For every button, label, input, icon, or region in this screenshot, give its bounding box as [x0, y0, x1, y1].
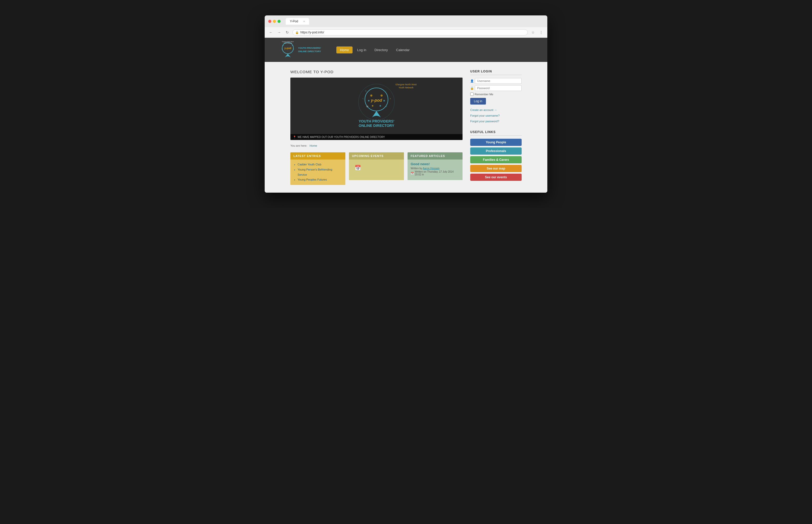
close-button[interactable] — [268, 20, 271, 23]
nav-calendar[interactable]: Calendar — [392, 47, 413, 53]
site-nav: Home Log in Directory Calendar — [336, 47, 413, 53]
site-header: y-pod Glasgow North West Youth Network Y… — [265, 38, 547, 62]
young-people-button[interactable]: Young People — [470, 139, 522, 146]
browser-titlebar: Y-Pod × — [265, 15, 547, 27]
lock-field-icon: 🔒 — [470, 86, 474, 90]
password-group: 🔒 — [470, 85, 522, 91]
list-item[interactable]: Young Peoples Futures — [297, 177, 342, 182]
featured-article-author: Written by Aaron Hossain — [411, 167, 459, 170]
featured-articles-section: FEATURED ARTICLES Good news! Written by … — [408, 152, 462, 185]
svg-text:🏃: 🏃 — [389, 98, 392, 100]
lock-icon: 🔒 — [295, 31, 299, 34]
list-item[interactable]: Young Person's Befriending Service — [297, 167, 342, 178]
reload-button[interactable]: ↻ — [284, 29, 290, 35]
forgot-username-link[interactable]: Forgot your username? — [470, 113, 522, 118]
svg-text:♪: ♪ — [386, 90, 387, 92]
menu-button[interactable]: ⋮ — [538, 29, 544, 35]
upcoming-events-body: 📅 — [349, 160, 404, 180]
browser-tab[interactable]: Y-Pod × — [286, 18, 309, 24]
author-link[interactable]: Aaron Hossain — [423, 167, 440, 170]
logo-svg: y-pod Glasgow North West Youth Network — [280, 41, 295, 59]
fullscreen-button[interactable] — [277, 20, 281, 23]
tab-close-icon[interactable]: × — [303, 20, 305, 23]
password-input[interactable] — [475, 85, 522, 91]
content-layout: WELCOME TO Y-POD — [290, 70, 522, 185]
svg-text:ONLINE DIRECTORY: ONLINE DIRECTORY — [359, 124, 394, 128]
svg-point-7 — [293, 49, 294, 50]
site-logo: y-pod Glasgow North West Youth Network Y… — [280, 41, 321, 59]
latest-entries-section: LATEST ENTRIES Cadder Youth Club Young P… — [290, 152, 345, 185]
see-our-map-button[interactable]: See our map — [470, 165, 522, 172]
entry-list: Cadder Youth Club Young Person's Befrien… — [293, 162, 342, 182]
featured-article-date: 📅 Written on Thursday, 17 July 2014 20:0… — [411, 170, 459, 176]
url-display: https://y-pod.info/ — [301, 31, 324, 34]
featured-article-title[interactable]: Good news! — [411, 162, 459, 166]
featured-articles-header: FEATURED ARTICLES — [408, 152, 462, 160]
logo-text: YOUTH PROVIDERS' ONLINE DIRECTORY — [298, 47, 321, 53]
svg-text:y-pod: y-pod — [371, 98, 383, 102]
latest-entries-body: Cadder Youth Club Young Person's Befrien… — [290, 160, 345, 185]
svg-text:Youth Network: Youth Network — [284, 43, 292, 44]
professionals-button[interactable]: Professionals — [470, 147, 522, 154]
login-button[interactable]: Log in — [470, 98, 486, 104]
traffic-lights — [268, 20, 281, 23]
address-bar[interactable]: 🔒 https://y-pod.info/ — [292, 29, 528, 35]
nav-directory[interactable]: Directory — [371, 47, 391, 53]
toolbar-actions: ☆ ⋮ — [530, 29, 544, 35]
svg-point-6 — [282, 49, 283, 50]
breadcrumb-prefix: You are here: — [290, 144, 307, 147]
hero-image: y-pod YOUTH PROVIDERS' ONLINE DIRECTORY … — [290, 78, 462, 140]
svg-point-13 — [370, 95, 372, 97]
create-account-link[interactable]: Create an account → — [470, 107, 522, 113]
welcome-title: WELCOME TO Y-POD — [290, 70, 462, 74]
upcoming-events-section: UPCOMING EVENTS 📅 — [349, 152, 404, 185]
login-form: USER LOGIN 👤 🔒 Remember Me — [470, 70, 522, 124]
hero-caption: 📍 WE HAVE MAPPED OUT OUR YOUTH PROVIDERS… — [290, 134, 462, 140]
bookmark-button[interactable]: ☆ — [530, 29, 536, 35]
latest-entries-header: LATEST ENTRIES — [290, 152, 345, 160]
svg-text:⚽: ⚽ — [366, 105, 369, 108]
hero-svg: y-pod YOUTH PROVIDERS' ONLINE DIRECTORY … — [290, 78, 462, 134]
svg-point-16 — [384, 100, 385, 101]
useful-links-title: USEFUL LINKS — [470, 130, 522, 136]
forward-button[interactable]: → — [276, 29, 282, 35]
nav-login[interactable]: Log in — [354, 47, 370, 53]
location-icon: 📍 — [293, 136, 296, 138]
bottom-sections: LATEST ENTRIES Cadder Youth Club Young P… — [290, 152, 462, 185]
list-item[interactable]: Cadder Youth Club — [297, 162, 342, 167]
see-our-events-button[interactable]: See our events — [470, 174, 522, 181]
browser-window: Y-Pod × ← → ↻ 🔒 https://y-pod.info/ ☆ ⋮ … — [265, 15, 547, 193]
featured-articles-body: Good news! Written by Aaron Hossain 📅 Wr… — [408, 160, 462, 180]
breadcrumb: You are here: Home — [290, 144, 462, 147]
svg-text:⚙: ⚙ — [365, 90, 367, 92]
nav-home[interactable]: Home — [336, 47, 353, 53]
sidebar-column: USER LOGIN 👤 🔒 Remember Me — [470, 70, 522, 185]
svg-point-2 — [283, 45, 284, 46]
calendar-icon: 📅 — [352, 162, 401, 174]
minimize-button[interactable] — [273, 20, 276, 23]
main-column: WELCOME TO Y-POD — [290, 70, 462, 185]
svg-point-15 — [368, 100, 370, 101]
username-input[interactable] — [475, 78, 522, 84]
breadcrumb-home[interactable]: Home — [310, 144, 317, 147]
svg-point-14 — [380, 95, 383, 97]
svg-point-3 — [292, 45, 293, 46]
site-content: WELCOME TO Y-POD — [265, 62, 547, 193]
svg-text:YOUTH PROVIDERS': YOUTH PROVIDERS' — [359, 119, 394, 123]
calendar-small-icon: 📅 — [411, 172, 414, 175]
remember-me-checkbox[interactable] — [470, 93, 474, 96]
forgot-password-link[interactable]: Forgot your password? — [470, 118, 522, 124]
browser-toolbar: ← → ↻ 🔒 https://y-pod.info/ ☆ ⋮ — [265, 27, 547, 38]
families-carers-button[interactable]: Families & Carers — [470, 156, 522, 163]
login-links: Create an account → Forgot your username… — [470, 107, 522, 124]
remember-me-group: Remember Me — [470, 93, 522, 96]
svg-text:Glasgow North West: Glasgow North West — [395, 83, 417, 86]
remember-me-label: Remember Me — [475, 93, 493, 96]
useful-links-list: Young People Professionals Families & Ca… — [470, 139, 522, 181]
svg-text:Youth Network: Youth Network — [399, 86, 414, 89]
back-button[interactable]: ← — [268, 29, 274, 35]
svg-text:★: ★ — [386, 105, 387, 108]
user-icon: 👤 — [470, 79, 474, 83]
svg-text:y-pod: y-pod — [284, 47, 291, 50]
tab-title: Y-Pod — [290, 19, 298, 23]
